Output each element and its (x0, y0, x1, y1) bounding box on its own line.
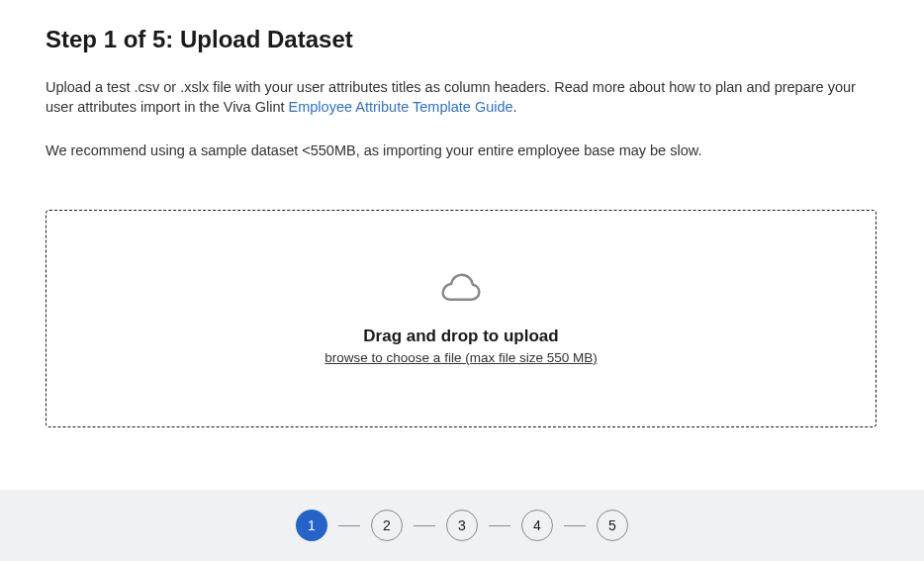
step-connector (489, 525, 510, 526)
dropzone-title: Drag and drop to upload (363, 327, 558, 346)
step-connector (338, 525, 360, 526)
employee-attribute-guide-link[interactable]: Employee Attribute Template Guide (289, 99, 513, 115)
description-outro: . (513, 99, 517, 115)
cloud-upload-icon (441, 273, 481, 313)
recommendation-text: We recommend using a sample dataset <550… (46, 140, 878, 160)
step-3[interactable]: 3 (446, 510, 478, 541)
page-title: Step 1 of 5: Upload Dataset (46, 26, 878, 53)
upload-dropzone[interactable]: Drag and drop to upload browse to choose… (46, 210, 877, 427)
step-connector (414, 525, 435, 526)
step-2[interactable]: 2 (371, 510, 403, 541)
step-1[interactable]: 1 (296, 510, 327, 541)
dropzone-browse-link[interactable]: browse to choose a file (max file size 5… (324, 350, 597, 365)
stepper: 1 2 3 4 5 (296, 510, 628, 541)
description-text: Upload a test .csv or .xslx file with yo… (46, 77, 878, 117)
step-connector (564, 525, 586, 526)
stepper-bar: 1 2 3 4 5 (0, 490, 924, 561)
step-4[interactable]: 4 (521, 510, 553, 541)
step-5[interactable]: 5 (597, 510, 628, 541)
